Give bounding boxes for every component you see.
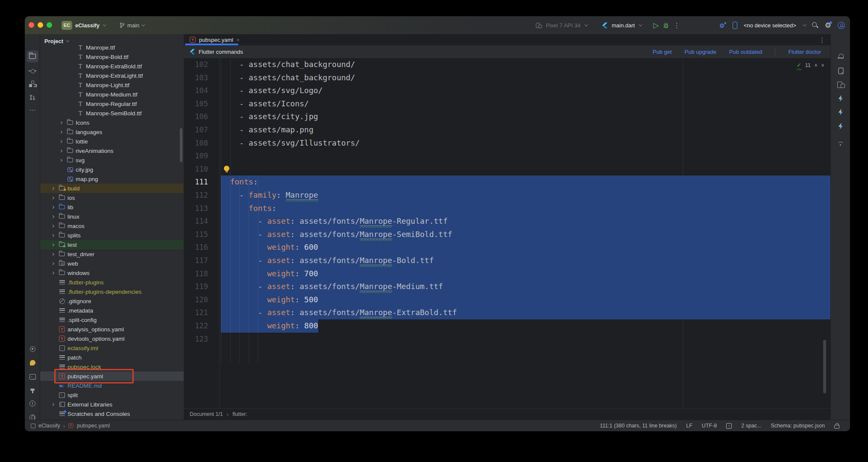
flutter-inspector-button[interactable] xyxy=(835,120,847,132)
tree-item-lib[interactable]: lib xyxy=(40,202,184,212)
tree-item-manrope-extralight-ttf[interactable]: TManrope-ExtraLight.ttf xyxy=(40,71,184,80)
structure-tool-button[interactable] xyxy=(26,78,38,90)
close-tab-icon[interactable]: × xyxy=(236,37,240,43)
chevron-right-icon[interactable] xyxy=(51,271,54,274)
chevron-right-icon[interactable] xyxy=(51,215,54,218)
chevron-right-icon[interactable] xyxy=(51,234,54,237)
network-inspector-button[interactable] xyxy=(835,138,847,150)
tree-item-riveanimations[interactable]: riveAnimations xyxy=(40,146,184,155)
tree-item-svg[interactable]: svg xyxy=(40,155,184,165)
breadcrumb-node[interactable]: flutter: xyxy=(232,411,247,417)
flutter-outline-button[interactable] xyxy=(835,92,847,104)
device-selector[interactable]: <no device selected> xyxy=(744,22,796,29)
code-line-111[interactable]: fonts: xyxy=(221,175,258,189)
more-actions-icon[interactable]: ⋮ xyxy=(673,21,680,29)
debug-button[interactable] xyxy=(663,22,669,29)
code-line-107[interactable]: - assets/map.png xyxy=(221,123,314,137)
pub-upgrade-link[interactable]: Pub upgrade xyxy=(685,49,716,55)
lock-icon[interactable] xyxy=(834,423,839,429)
tree-item-split[interactable]: ›_split xyxy=(40,390,184,400)
pub-outdated-link[interactable]: Pub outdated xyxy=(729,49,762,55)
tree-item-manrope-light-ttf[interactable]: TManrope-Light.ttf xyxy=(40,80,184,90)
panel-scrollbar[interactable] xyxy=(180,128,182,162)
chevron-right-icon[interactable] xyxy=(59,140,62,143)
tree-item-analysis-options-yaml[interactable]: Yanalysis_options.yaml xyxy=(40,325,184,334)
tree-item--flutter-plugins[interactable]: .flutter-plugins xyxy=(40,278,184,287)
tree-item-linux[interactable]: linux xyxy=(40,212,184,221)
indent-setting[interactable]: 2 spac... xyxy=(741,423,761,429)
run-tool-button[interactable] xyxy=(26,343,38,355)
terminal-tool-button[interactable]: ›_ xyxy=(26,371,38,383)
tree-item-external-libraries[interactable]: External Libraries xyxy=(40,400,184,409)
code-line-102[interactable]: - assets/chat_background/ xyxy=(221,58,355,71)
code-line-115[interactable]: - asset: assets/fonts/Manrope-SemiBold.t… xyxy=(221,228,452,241)
tree-item-build[interactable]: build xyxy=(40,184,184,193)
tree-item-windows[interactable]: windows xyxy=(40,268,184,278)
chevron-right-icon[interactable] xyxy=(51,403,54,406)
pull-requests-tool-button[interactable] xyxy=(26,91,38,103)
status-breadcrumb-project[interactable]: eClassify xyxy=(38,423,60,429)
tree-item-manrope-regular-ttf[interactable]: TManrope-Regular.ttf xyxy=(40,99,184,108)
run-config-selector[interactable]: main.dart xyxy=(612,22,635,29)
tree-item--flutter-plugins-dependencies[interactable]: .flutter-plugins-dependencies xyxy=(40,287,184,296)
more-tool-windows-button[interactable]: ⋯ xyxy=(26,104,38,116)
build-tool-button[interactable] xyxy=(26,384,38,396)
code-line-114[interactable]: - asset: assets/fonts/Manrope-Regular.tt… xyxy=(221,215,448,228)
intention-bulb-icon[interactable] xyxy=(224,166,229,173)
code-line-116[interactable]: weight: 600 xyxy=(221,241,318,254)
code-line-106[interactable]: - assets/city.jpg xyxy=(221,110,318,123)
tree-item-splits[interactable]: splits xyxy=(40,231,184,240)
code-line-121[interactable]: - asset: assets/fonts/Manrope-ExtraBold.… xyxy=(221,306,457,319)
tree-item-test-driver[interactable]: test_driver xyxy=(40,249,184,259)
tree-item-manrope-medium-ttf[interactable]: TManrope-Medium.ttf xyxy=(40,90,184,99)
chevron-right-icon[interactable] xyxy=(51,196,54,199)
chevron-right-icon[interactable] xyxy=(51,205,54,208)
tree-item-test[interactable]: test xyxy=(40,240,184,249)
project-selector[interactable]: eClassify xyxy=(75,22,100,29)
tree-item-manrope-bold-ttf[interactable]: TManrope-Bold.ttf xyxy=(40,52,184,61)
run-button[interactable]: ▷ xyxy=(653,22,659,29)
code-line-117[interactable]: - asset: assets/fonts/Manrope-Bold.ttf xyxy=(221,254,434,267)
code-line-112[interactable]: - family: Manrope xyxy=(221,189,318,202)
chevron-right-icon[interactable] xyxy=(51,224,54,227)
tree-item-scratches-and-consoles[interactable]: Scratches and Consoles xyxy=(40,409,184,418)
settings-gear-icon[interactable]: ⚙ xyxy=(825,22,831,29)
tree-item-manrope-extrabold-ttf[interactable]: TManrope-ExtraBold.ttf xyxy=(40,61,184,71)
chevron-right-icon[interactable] xyxy=(59,121,62,124)
tree-item-city-jpg[interactable]: city.jpg xyxy=(40,165,184,174)
code-line-120[interactable]: weight: 500 xyxy=(221,293,318,307)
running-devices-button[interactable] xyxy=(835,65,847,77)
line-ending[interactable]: LF xyxy=(686,423,692,429)
code-editor[interactable]: 102 - assets/chat_background/103 - asset… xyxy=(184,58,830,408)
next-problem-icon[interactable]: ∨ xyxy=(821,62,824,68)
chevron-right-icon[interactable] xyxy=(51,262,54,265)
tree-item-ios[interactable]: ios xyxy=(40,193,184,202)
logcat-tool-button[interactable] xyxy=(26,357,38,368)
device-phone-icon[interactable] xyxy=(733,22,737,29)
caret-position[interactable]: 111:1 (380 chars, 11 line breaks) xyxy=(600,423,677,429)
status-breadcrumb-file[interactable]: pubspec.yaml xyxy=(77,423,110,429)
tree-item-languages[interactable]: languages xyxy=(40,127,184,137)
tree-item-manrope-ttf[interactable]: TManrope.ttf xyxy=(40,43,184,52)
code-line-103[interactable]: - assets/chat_background/ xyxy=(221,71,355,85)
tree-item--metadata[interactable]: .metadata xyxy=(40,306,184,315)
flutter-performance-button[interactable] xyxy=(835,106,847,118)
tree-item-eclassify-iml[interactable]: ▫eclassify.iml xyxy=(40,343,184,353)
editor-scrollbar[interactable] xyxy=(823,340,826,393)
tree-item-lottie[interactable]: lottie xyxy=(40,137,184,146)
zoom-window-button[interactable] xyxy=(47,22,52,28)
tree-item--gitignore[interactable]: .gitignore xyxy=(40,296,184,306)
tree-item-icons[interactable]: Icons xyxy=(40,118,184,127)
vcs-branch-selector[interactable]: main xyxy=(119,22,144,29)
tree-item-devtools-options-yaml[interactable]: Ydevtools_options.yaml xyxy=(40,334,184,343)
attach-debugger-icon[interactable] xyxy=(719,22,726,29)
code-line-108[interactable]: - assets/svg/Illustrators/ xyxy=(221,137,360,150)
inspections-widget[interactable]: ✓ 11 ∧ ∨ xyxy=(797,61,824,68)
tree-item-manrope-semibold-ttf[interactable]: TManrope-SemiBold.ttf xyxy=(40,108,184,118)
chevron-right-icon[interactable] xyxy=(59,130,62,133)
problems-tool-button[interactable]: ! xyxy=(26,398,38,409)
code-line-122[interactable]: weight: 800 xyxy=(221,319,318,333)
schema-selector[interactable]: Schema: pubspec.json xyxy=(771,423,825,429)
tree-item--split-config[interactable]: .split-config xyxy=(40,315,184,325)
code-line-105[interactable]: - assets/Icons/ xyxy=(221,97,309,111)
